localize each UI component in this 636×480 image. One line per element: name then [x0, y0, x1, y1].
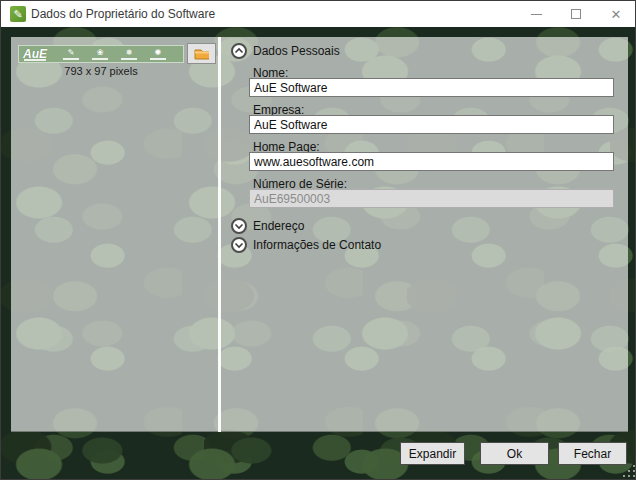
chevron-up-icon — [234, 46, 244, 56]
dialog-window: ✎ Dados do Proprietário do Software ✕ Au… — [0, 0, 636, 480]
maximize-icon — [571, 9, 581, 19]
panel-divider — [218, 37, 221, 432]
collapse-dados-pessoais-button[interactable] — [231, 43, 247, 59]
expand-endereco-button[interactable] — [231, 218, 247, 234]
expandir-button[interactable]: Expandir — [400, 442, 465, 465]
chevron-down-icon — [234, 240, 244, 250]
browse-banner-button[interactable] — [187, 43, 216, 64]
close-button[interactable]: ✕ — [596, 1, 636, 27]
app-leaf-pen-icon: ✎ — [10, 6, 26, 22]
banner-size-label: 793 x 97 pixels — [18, 65, 184, 77]
section-label-endereco: Endereço — [253, 219, 304, 233]
expand-informacoes-contato-button[interactable] — [231, 237, 247, 253]
minimize-button[interactable] — [516, 1, 556, 27]
folder-icon — [194, 47, 209, 60]
banner-logo-subtext-bar — [24, 59, 46, 61]
numero-serie-input — [249, 189, 614, 208]
chevron-down-icon — [234, 221, 244, 231]
window-title: Dados do Proprietário do Software — [31, 7, 215, 21]
resize-grip[interactable] — [621, 463, 635, 478]
snowflake-icon: ❅ — [121, 49, 137, 60]
section-label-dados-pessoais: Dados Pessoais — [253, 44, 340, 58]
bug-icon: ✺ — [150, 49, 166, 60]
minimize-icon — [531, 14, 542, 15]
fechar-button[interactable]: Fechar — [558, 442, 627, 465]
ok-button[interactable]: Ok — [480, 442, 549, 465]
flower-icon: ❀ — [92, 49, 108, 60]
home-page-input[interactable] — [249, 152, 614, 171]
section-label-informacoes-contato: Informações de Contato — [253, 238, 381, 252]
maximize-button[interactable] — [556, 1, 596, 27]
nome-input[interactable] — [249, 78, 614, 97]
banner-preview-image: AuE ✎ ❀ ❅ ✺ — [18, 45, 184, 63]
title-bar: ✎ Dados do Proprietário do Software ✕ — [1, 1, 635, 27]
empresa-input[interactable] — [249, 115, 614, 134]
pen-icon: ✎ — [63, 49, 79, 60]
